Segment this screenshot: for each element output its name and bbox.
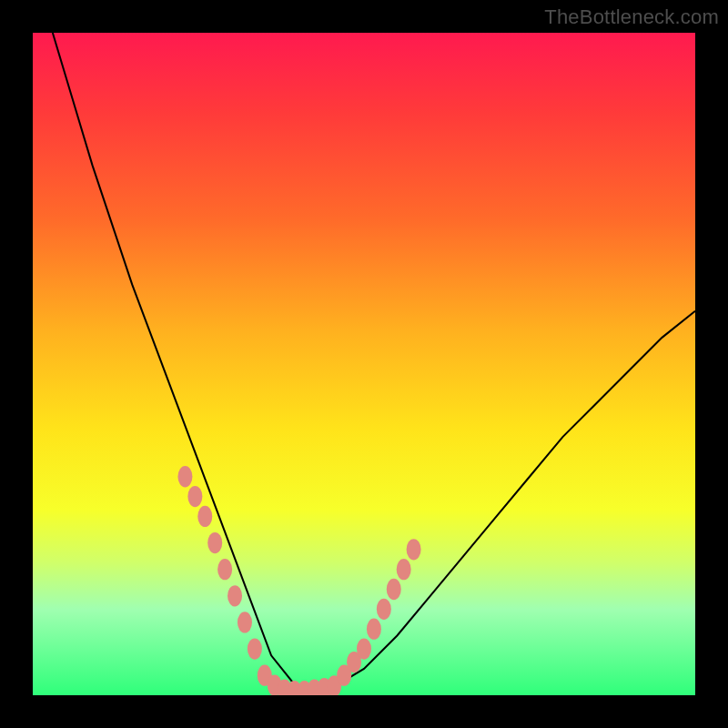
highlight-dot bbox=[407, 539, 421, 560]
highlight-dot bbox=[177, 466, 192, 487]
highlight-dot bbox=[187, 486, 202, 507]
highlight-dot bbox=[357, 638, 371, 659]
highlight-dots-bottom bbox=[258, 665, 341, 695]
highlight-dot bbox=[387, 579, 401, 600]
highlight-dot bbox=[228, 585, 242, 606]
highlight-dots-left bbox=[177, 466, 261, 660]
highlight-dots-right bbox=[337, 539, 420, 686]
chart-frame: TheBottleneck.com bbox=[0, 0, 728, 728]
highlight-dot bbox=[397, 559, 411, 580]
highlight-dot bbox=[238, 612, 252, 632]
highlight-dot bbox=[207, 532, 222, 553]
highlight-dot bbox=[217, 559, 232, 580]
highlight-dot bbox=[248, 638, 262, 659]
plot-area bbox=[33, 33, 695, 695]
highlight-dot bbox=[197, 506, 212, 527]
highlight-dot bbox=[377, 599, 391, 620]
watermark-text: TheBottleneck.com bbox=[544, 5, 719, 29]
curve-svg bbox=[33, 33, 695, 695]
bottleneck-curve-path bbox=[53, 33, 695, 689]
highlight-dot bbox=[367, 619, 381, 640]
